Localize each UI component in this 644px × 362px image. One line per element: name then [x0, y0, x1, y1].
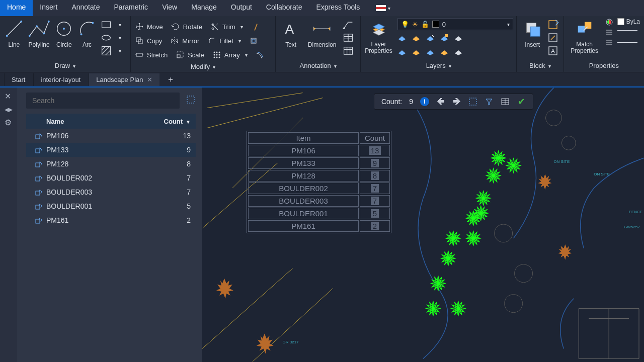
arrow-right-icon[interactable]: 🡺	[452, 97, 461, 106]
menu-output[interactable]: Output	[224, 0, 259, 16]
svg-rect-44	[578, 26, 584, 32]
tool-layer-properties[interactable]: Layer Properties	[365, 18, 392, 54]
layer-btn-4[interactable]	[440, 33, 449, 44]
draw-drop3[interactable]: ▾	[114, 45, 126, 56]
tool-arc[interactable]: Arc	[77, 18, 97, 48]
tool-text[interactable]: A Text	[280, 18, 302, 48]
svg-point-28	[216, 54, 217, 56]
draw-drop1[interactable]: ▾	[114, 19, 126, 30]
block-edit[interactable]	[547, 32, 559, 43]
tool-polyline[interactable]: Polyline	[27, 18, 51, 48]
tool-rectangle[interactable]	[100, 19, 112, 30]
panel-modify-title[interactable]: Modify▾	[135, 61, 271, 73]
menu-view[interactable]: View	[155, 0, 184, 16]
svg-rect-37	[445, 34, 448, 37]
layer-btn-9[interactable]	[440, 47, 449, 58]
list-item[interactable]: BOULDER0027	[26, 171, 196, 185]
menu-bar: Home Insert Annotate Parametric View Man…	[0, 0, 644, 16]
close-palette-icon[interactable]: ✕	[5, 92, 13, 100]
search-input[interactable]	[26, 93, 180, 109]
panel-draw-title[interactable]: Draw▾	[4, 60, 126, 72]
tool-rotate[interactable]: Rotate	[171, 20, 202, 33]
list-item[interactable]: BOULDER0037	[26, 185, 196, 199]
tool-scale[interactable]: Scale	[176, 48, 204, 61]
list-item[interactable]: PM1288	[26, 157, 196, 171]
menu-extras[interactable]: ▾	[371, 0, 395, 16]
svg-text:ON SITE: ON SITE	[553, 159, 570, 164]
panel-properties: Match Properties ByLa Properties	[564, 16, 644, 72]
layer-btn-5[interactable]	[454, 33, 463, 44]
select-similar-icon[interactable]	[186, 95, 196, 107]
panel-layers-title[interactable]: Layers▾	[365, 60, 512, 72]
tool-copy[interactable]: Copy	[135, 34, 162, 47]
info-icon[interactable]: i	[420, 97, 429, 106]
panel-block-title[interactable]: Block▾	[521, 60, 559, 72]
tab-add[interactable]: ＋	[160, 72, 181, 87]
menu-collaborate[interactable]: Collaborate	[259, 0, 309, 16]
drawing-canvas[interactable]: ON SITE ON SITE FENCE GW5252 GR 3217 Cou…	[202, 87, 644, 362]
tool-erase[interactable]	[251, 20, 260, 33]
svg-text:ON SITE: ON SITE	[594, 172, 610, 176]
tool-offset[interactable]	[256, 48, 265, 61]
check-icon[interactable]: ✔	[517, 97, 526, 106]
tool-insert-block[interactable]: Insert	[521, 18, 544, 48]
list-item[interactable]: BOULDER0015	[26, 199, 196, 213]
panel-annotation-title[interactable]: Annotation▾	[280, 60, 356, 72]
tool-trim[interactable]: Trim▾	[210, 20, 243, 33]
menu-parametric[interactable]: Parametric	[107, 0, 155, 16]
palette-header[interactable]: Name Count▼	[26, 114, 196, 129]
list-item[interactable]: PM1339	[26, 143, 196, 157]
tool-move[interactable]: Move	[135, 20, 163, 33]
list-item[interactable]: PM1612	[26, 213, 196, 227]
layer-btn-8[interactable]	[426, 47, 435, 58]
tool-table[interactable]	[342, 32, 354, 43]
tool-mirror[interactable]: Mirror	[170, 34, 199, 47]
list-item[interactable]: PM10613	[26, 129, 196, 143]
draw-drop2[interactable]: ▾	[114, 32, 126, 43]
tool-ellipse[interactable]	[100, 32, 112, 43]
svg-point-59	[561, 136, 576, 150]
layer-btn-6[interactable]	[397, 47, 407, 58]
tool-stretch[interactable]: Stretch	[135, 48, 168, 61]
tool-table2[interactable]	[342, 45, 354, 56]
svg-point-30	[213, 57, 215, 58]
menu-express[interactable]: Express Tools	[309, 0, 367, 16]
layer-btn-3[interactable]	[426, 33, 435, 44]
autohide-icon[interactable]: ◂▸	[5, 105, 13, 113]
zoom-extents-icon[interactable]	[468, 97, 477, 106]
filter-icon[interactable]	[485, 97, 494, 106]
menu-home[interactable]: Home	[0, 0, 33, 16]
insert-table-icon[interactable]	[501, 97, 510, 106]
layer-btn-10[interactable]	[454, 47, 463, 58]
tool-leader[interactable]	[342, 19, 354, 30]
tab-landscape[interactable]: Landscape Plan✕	[89, 73, 159, 86]
tool-dimension[interactable]: Dimension	[305, 18, 339, 48]
block-attr[interactable]: A	[547, 45, 559, 56]
close-icon[interactable]: ✕	[147, 76, 152, 83]
tool-hatch[interactable]	[100, 45, 112, 56]
menu-manage[interactable]: Manage	[184, 0, 224, 16]
layer-btn-2[interactable]	[412, 33, 421, 44]
svg-point-27	[213, 54, 215, 56]
layer-btn-1[interactable]	[397, 33, 407, 44]
arrow-left-icon[interactable]: 🡸	[436, 97, 445, 106]
drawing-count-table[interactable]: ItemCount PM10613PM1339PM1288BOULDER0027…	[247, 131, 391, 233]
svg-point-31	[216, 57, 217, 58]
menu-insert[interactable]: Insert	[33, 0, 64, 16]
tool-array[interactable]: Array▾	[212, 48, 248, 61]
tab-start[interactable]: Start	[4, 73, 32, 86]
block-create[interactable]	[547, 19, 559, 30]
menu-annotate[interactable]: Annotate	[64, 0, 107, 16]
tool-circle[interactable]: Circle	[54, 18, 74, 48]
gear-icon[interactable]: ⚙	[5, 118, 13, 126]
svg-text:FENCE: FENCE	[629, 210, 642, 214]
tool-explode[interactable]	[249, 34, 258, 47]
layer-selector[interactable]: 💡☀🔓 0 ▾	[397, 18, 513, 30]
tab-interior[interactable]: interior-layout	[33, 73, 88, 86]
tool-line[interactable]: Line	[4, 18, 24, 48]
panel-properties-title[interactable]: Properties	[568, 60, 640, 72]
tool-match-properties[interactable]: Match Properties	[568, 18, 601, 54]
svg-text:GR 3217: GR 3217	[283, 340, 299, 344]
tool-fillet[interactable]: Fillet▾	[207, 34, 240, 47]
layer-btn-7[interactable]	[412, 47, 421, 58]
